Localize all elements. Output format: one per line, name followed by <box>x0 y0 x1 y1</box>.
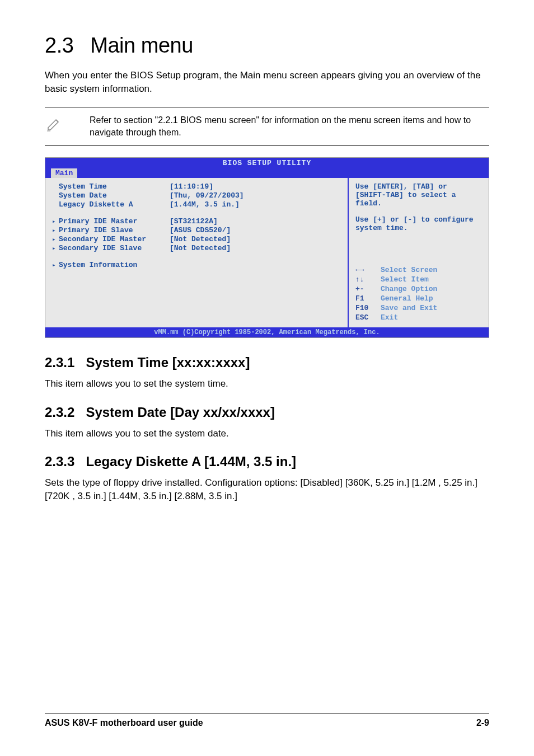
bios-row: Primary IDE Master [ST321122A] <box>52 217 341 226</box>
bios-label: Primary IDE Slave <box>52 226 170 234</box>
note-text: Refer to section "2.2.1 BIOS menu screen… <box>73 114 489 139</box>
bios-key-action: Exit <box>381 313 398 323</box>
subsection-number: 2.3.3 <box>45 454 74 469</box>
bios-key: F10 <box>355 304 381 313</box>
bios-key-action: Save and Exit <box>381 304 437 313</box>
bios-key-action: Change Option <box>381 285 437 294</box>
footer-guide-name: ASUS K8V-F motherboard user guide <box>45 718 203 728</box>
subsection-heading: 2.3.2System Date [Day xx/xx/xxxx] <box>45 405 489 420</box>
bios-row: Secondary IDE Slave [Not Detected] <box>52 244 341 252</box>
bios-value: [Thu, 09/27/2003] <box>170 191 341 200</box>
bios-row: System Information <box>52 261 341 269</box>
bios-key: ESC <box>355 313 381 323</box>
bios-value: [ASUS CDS520/] <box>170 226 341 234</box>
page-footer: ASUS K8V-F motherboard user guide 2-9 <box>45 713 489 728</box>
bios-label: System Time <box>52 182 170 191</box>
bios-value: [Not Detected] <box>170 235 341 243</box>
subsection-text: This item allows you to set the system t… <box>45 377 489 391</box>
subsection-number: 2.3.2 <box>45 405 74 420</box>
pencil-icon <box>45 114 73 135</box>
bios-key: ↑↓ <box>355 275 381 285</box>
bios-row: System Time [11:10:19] <box>52 182 341 191</box>
bios-left-panel: System Time [11:10:19] System Date [Thu,… <box>45 178 349 327</box>
note-block: Refer to section "2.2.1 BIOS menu screen… <box>45 107 489 147</box>
bios-value: [ST321122A] <box>170 217 341 226</box>
bios-row: Legacy Diskette A [1.44M, 3.5 in.] <box>52 200 341 209</box>
subsection-title: System Time [xx:xx:xxxx] <box>86 355 250 370</box>
subsection-text: Sets the type of floppy drive installed.… <box>45 476 489 503</box>
bios-row: Secondary IDE Master [Not Detected] <box>52 235 341 243</box>
bios-tab-row: Main <box>45 168 489 178</box>
bios-label: System Information <box>52 261 170 269</box>
bios-label: System Date <box>52 191 170 200</box>
bios-key-action: Select Screen <box>381 266 437 275</box>
bios-label: Secondary IDE Slave <box>52 244 170 252</box>
bios-copyright: vMM.mm (C)Copyright 1985-2002, American … <box>45 327 489 337</box>
bios-content: System Time [11:10:19] System Date [Thu,… <box>45 178 489 327</box>
bios-row: System Date [Thu, 09/27/2003] <box>52 191 341 200</box>
bios-label: Primary IDE Master <box>52 217 170 226</box>
footer-page-number: 2-9 <box>476 718 489 728</box>
subsection-title: Legacy Diskette A [1.44M, 3.5 in.] <box>86 454 296 469</box>
subsection-heading: 2.3.3Legacy Diskette A [1.44M, 3.5 in.] <box>45 454 489 469</box>
bios-help-text: Use [+] or [-] to configure system time. <box>355 215 482 232</box>
bios-row: Primary IDE Slave [ASUS CDS520/] <box>52 226 341 234</box>
bios-value: [11:10:19] <box>170 182 341 191</box>
bios-key-legend: ←→Select Screen ↑↓Select Item +-Change O… <box>355 266 482 322</box>
subsection-text: This item allows you to set the system d… <box>45 427 489 440</box>
bios-tab-main: Main <box>51 168 77 178</box>
bios-value: [1.44M, 3.5 in.] <box>170 200 341 209</box>
heading-number: 2.3 <box>45 34 73 57</box>
bios-key: ←→ <box>355 266 381 275</box>
heading-title: Main menu <box>90 34 193 57</box>
bios-screenshot: BIOS SETUP UTILITY Main System Time [11:… <box>45 157 489 337</box>
bios-key-action: Select Item <box>381 275 429 285</box>
bios-title: BIOS SETUP UTILITY <box>45 158 489 168</box>
bios-right-panel: Use [ENTER], [TAB] or [SHIFT-TAB] to sel… <box>349 178 489 327</box>
section-heading: 2.3Main menu <box>45 34 489 58</box>
subsection-number: 2.3.1 <box>45 355 74 370</box>
intro-paragraph: When you enter the BIOS Setup program, t… <box>45 69 489 96</box>
bios-label: Legacy Diskette A <box>52 200 170 209</box>
subsection-heading: 2.3.1System Time [xx:xx:xxxx] <box>45 355 489 370</box>
bios-value: [Not Detected] <box>170 244 341 252</box>
bios-label: Secondary IDE Master <box>52 235 170 243</box>
bios-help-text: Use [ENTER], [TAB] or [SHIFT-TAB] to sel… <box>355 182 482 208</box>
bios-key-action: General Help <box>381 294 433 304</box>
subsection-title: System Date [Day xx/xx/xxxx] <box>86 405 275 420</box>
bios-key: F1 <box>355 294 381 304</box>
bios-key: +- <box>355 285 381 294</box>
